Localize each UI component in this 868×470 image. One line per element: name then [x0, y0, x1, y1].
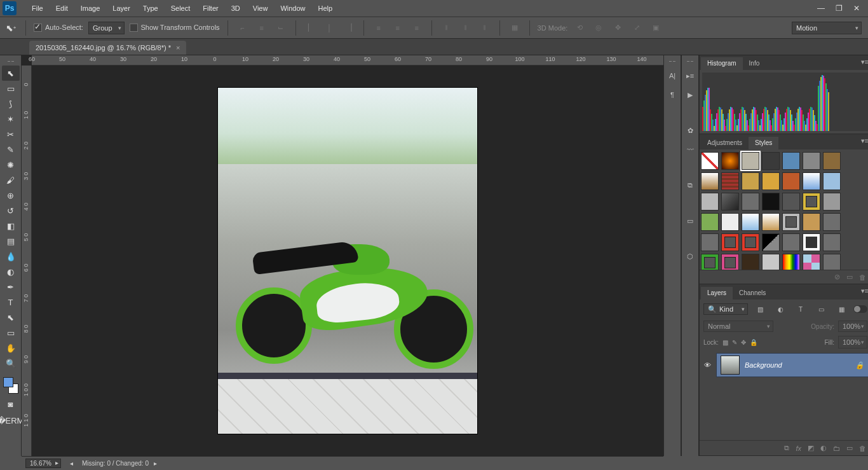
quick-select-tool[interactable]: ✶ — [2, 111, 20, 127]
zoom-level[interactable]: 16.67% — [25, 459, 61, 468]
layer-visibility-icon[interactable]: 👁 — [702, 361, 712, 369]
new-style-icon[interactable]: ▭ — [846, 273, 853, 281]
lock-position-icon[interactable]: ✥ — [741, 339, 746, 346]
align-hcenter-icon[interactable]: │ — [323, 21, 337, 35]
style-swatch[interactable] — [762, 213, 780, 231]
distribute-vcenter-icon[interactable]: ≡ — [391, 21, 405, 35]
path-select-tool[interactable]: ⬉ — [2, 310, 20, 325]
3d-zoom-icon[interactable]: ▣ — [649, 21, 663, 35]
play-panel-icon[interactable]: ▶ — [682, 87, 698, 102]
panel-menu-icon[interactable]: ▾≡ — [861, 137, 868, 145]
style-swatch[interactable] — [823, 233, 841, 251]
style-swatch[interactable] — [721, 193, 739, 211]
align-right-icon[interactable]: ▕ — [342, 21, 356, 35]
pen-tool[interactable]: ✒ — [2, 279, 20, 294]
no-style-icon[interactable]: ⊘ — [834, 273, 840, 281]
paragraph-panel-icon[interactable]: ¶ — [664, 87, 681, 102]
eyedropper-tool[interactable]: ✎ — [2, 142, 20, 157]
shape-tool[interactable]: ▭ — [2, 325, 20, 340]
style-swatch[interactable] — [803, 254, 820, 270]
style-swatch[interactable] — [742, 213, 759, 231]
menu-help[interactable]: Help — [312, 0, 339, 17]
canvas-viewport[interactable] — [32, 66, 663, 456]
zoom-tool[interactable]: 🔍 — [2, 356, 20, 371]
align-vcenter-icon[interactable]: ≡ — [255, 21, 269, 35]
color-swatches[interactable] — [2, 376, 20, 395]
3d-pan-icon[interactable]: ✥ — [611, 21, 625, 35]
eraser-tool[interactable]: ◧ — [2, 218, 20, 233]
group-icon[interactable]: 🗀 — [833, 445, 840, 452]
style-swatch[interactable] — [721, 213, 739, 231]
opacity-input[interactable]: 100% — [838, 321, 867, 332]
document-image[interactable] — [218, 88, 477, 434]
sync-prev-icon[interactable]: ◂ — [70, 460, 73, 467]
show-transform-checkbox[interactable]: Show Transform Controls — [130, 24, 220, 32]
style-swatch[interactable] — [742, 233, 759, 251]
auto-select-mode-dropdown[interactable]: Group — [88, 22, 125, 34]
style-swatch[interactable] — [701, 233, 719, 251]
align-top-icon[interactable]: ⌐ — [236, 21, 250, 35]
filter-smart-icon[interactable]: ▦ — [833, 301, 850, 317]
panel-menu-icon[interactable]: ▾≡ — [861, 58, 868, 66]
style-swatch[interactable] — [782, 233, 800, 251]
menu-window[interactable]: Window — [274, 0, 311, 17]
crop-tool[interactable]: ✂ — [2, 127, 20, 142]
style-swatch[interactable] — [701, 172, 719, 190]
style-swatch[interactable] — [742, 254, 759, 270]
workspace-dropdown[interactable]: Motion — [792, 22, 862, 34]
menu-view[interactable]: View — [247, 0, 275, 17]
filter-adjust-icon[interactable]: ◐ — [772, 301, 789, 317]
style-swatch[interactable] — [742, 152, 759, 170]
style-swatch[interactable] — [782, 193, 800, 211]
tab-info[interactable]: Info — [743, 57, 766, 70]
style-swatch[interactable] — [823, 254, 841, 270]
panel-menu-icon[interactable]: ▾≡ — [861, 287, 868, 295]
auto-select-checkbox[interactable]: Auto-Select: — [34, 24, 83, 32]
style-swatch[interactable] — [721, 152, 739, 170]
new-layer-icon[interactable]: ▭ — [846, 444, 853, 452]
sync-next-icon[interactable]: ▸ — [154, 460, 157, 467]
blur-tool[interactable]: 💧 — [2, 249, 20, 264]
foreground-color-swatch[interactable] — [3, 377, 13, 387]
move-tool[interactable]: ⬉ — [2, 66, 20, 81]
character-panel-icon[interactable]: A| — [664, 68, 681, 83]
align-left-icon[interactable]: ▏ — [304, 21, 318, 35]
style-swatch[interactable] — [701, 254, 719, 270]
lock-paint-icon[interactable]: ✎ — [732, 339, 737, 346]
quick-mask-icon[interactable]: ◙ — [2, 396, 20, 411]
menu-image[interactable]: Image — [74, 0, 107, 17]
distribute-hcenter-icon[interactable]: ⦀ — [459, 21, 473, 35]
layer-filter-dropdown[interactable]: 🔍Kind — [703, 303, 748, 315]
style-swatch[interactable] — [701, 152, 719, 170]
style-swatch[interactable] — [803, 213, 820, 231]
style-swatch[interactable] — [782, 213, 800, 231]
menu-filter[interactable]: Filter — [196, 0, 224, 17]
style-swatch[interactable] — [721, 233, 739, 251]
style-swatch[interactable] — [762, 152, 780, 170]
layer-fx-icon[interactable]: fx — [796, 445, 801, 452]
history-brush-tool[interactable]: ↺ — [2, 203, 20, 218]
align-bottom-icon[interactable]: ⌙ — [274, 21, 288, 35]
close-button[interactable]: ✕ — [848, 1, 865, 15]
style-swatch[interactable] — [803, 193, 820, 211]
brush-panel-icon[interactable]: ✿ — [682, 123, 698, 138]
style-swatch[interactable] — [762, 172, 780, 190]
3d-orbit-icon[interactable]: ⟲ — [573, 21, 587, 35]
dodge-tool[interactable]: ◐ — [2, 264, 20, 279]
style-swatch[interactable] — [782, 172, 800, 190]
menu-type[interactable]: Type — [137, 0, 165, 17]
menu-3d[interactable]: 3D — [225, 0, 247, 17]
spot-heal-tool[interactable]: ✺ — [2, 157, 20, 172]
3d-panel-icon[interactable]: ⬡ — [682, 249, 698, 264]
style-swatch[interactable] — [823, 193, 841, 211]
tab-adjustments[interactable]: Adjustments — [701, 137, 749, 149]
style-swatch[interactable] — [762, 233, 780, 251]
auto-align-icon[interactable]: ▦ — [508, 21, 522, 35]
minimize-button[interactable]: ― — [812, 1, 830, 15]
filter-shape-icon[interactable]: ▭ — [813, 301, 829, 317]
canvas-area[interactable]: 6050403020100102030405060708090100110120… — [22, 55, 663, 456]
fill-adjust-icon[interactable]: ◐ — [820, 444, 827, 452]
clone-source-icon[interactable]: ⧉ — [682, 177, 698, 193]
menu-edit[interactable]: Edit — [50, 0, 74, 17]
dock-grip[interactable] — [682, 58, 698, 64]
